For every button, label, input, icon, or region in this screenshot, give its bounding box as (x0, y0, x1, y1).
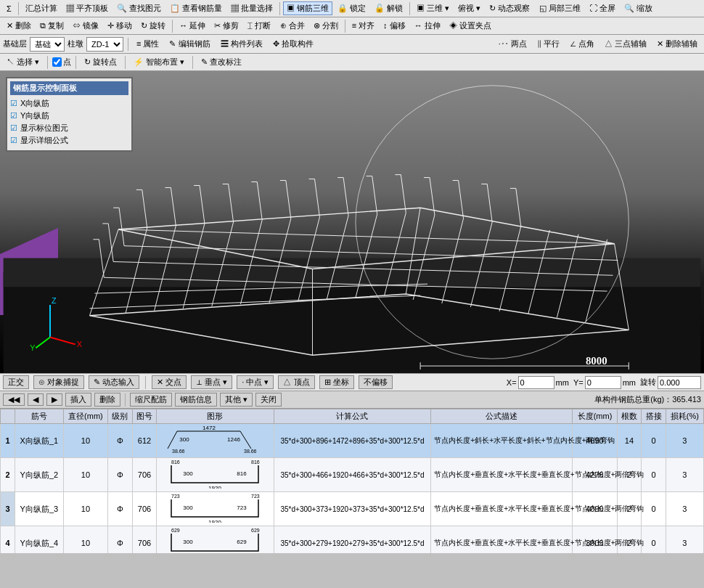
btn-coord[interactable]: ⊞ 坐标 (319, 375, 354, 389)
svg-text:1920: 1920 (209, 485, 222, 489)
btn-lock[interactable]: 🔒 锁定 (334, 1, 369, 15)
panel-item-show-tag[interactable]: ☑ 显示标位图元 (10, 123, 128, 134)
sep11 (145, 376, 146, 389)
col-num (1, 409, 15, 424)
btn-edit-rebar[interactable]: ✎ 编辑钢筋 (165, 37, 213, 51)
btn-ortho[interactable]: 正交 (3, 375, 29, 389)
btn-nav-prev[interactable]: ◀ (28, 393, 44, 406)
btn-fullscreen[interactable]: ⛶ 全屏 (586, 1, 619, 15)
btn-close[interactable]: 关闭 (255, 393, 282, 407)
btn-rotate[interactable]: ↻ 旋转 (137, 19, 169, 33)
btn-rotate-point[interactable]: ↻ 旋转点 (81, 55, 120, 69)
label-y-rebar: Y向纵筋 (20, 110, 49, 121)
btn-grip[interactable]: ◈ 设置夹点 (446, 19, 495, 33)
btn-scale-rebar[interactable]: 缩尺配筋 (130, 393, 172, 407)
total-weight-label: 单构件钢筋总重(kg)：365.413 (594, 394, 701, 405)
btn-batch-select[interactable]: ▦ 批量选择 (227, 1, 277, 15)
toolbar-row3: 基础层 基础 柱墩 ZD-1 ≡ 属性 ✎ 编辑钢筋 ☰ 构件列表 ✥ 拾取构件… (0, 35, 704, 54)
col-name: 筋号 (15, 409, 64, 424)
btn-trim[interactable]: ✂ 修剪 (210, 19, 242, 33)
btn-merge[interactable]: ⊕ 合并 (277, 19, 308, 33)
btn-flat-top[interactable]: ▦ 平齐顶板 (62, 1, 112, 15)
btn-two-point[interactable]: ·‥ 两点 (495, 37, 531, 51)
table-row[interactable]: 3Y向纵筋_310Φ706 300 1920 723 723 723 35*d+… (1, 492, 704, 526)
btn-align[interactable]: ≡ 对齐 (348, 19, 378, 33)
svg-line-46 (487, 184, 492, 222)
btn-find-element[interactable]: 🔍 查找图元 (113, 1, 165, 15)
btn-dynamic-view[interactable]: ↻ 动态观察 (486, 1, 533, 15)
sep10 (192, 56, 193, 69)
btn-extend[interactable]: ↔ 延伸 (176, 19, 209, 33)
table-row[interactable]: 4Y向纵筋_410Φ706 300 1920 629 629 629 35*d+… (1, 526, 704, 554)
svg-line-34 (142, 189, 147, 227)
btn-delete[interactable]: ✕ 删除 (3, 19, 35, 33)
rebar-panel-title: 钢筋显示控制面板 (10, 81, 128, 95)
btn-select[interactable]: ↖ 选择 ▾ (3, 55, 43, 69)
rebar-diameter: 10 (63, 458, 107, 492)
panel-item-y-rebar[interactable]: ☑ Y向纵筋 (10, 110, 128, 121)
btn-midpoint[interactable]: · 中点 ▾ (237, 375, 274, 389)
btn-edit-annotation[interactable]: ✎ 查改标注 (197, 55, 245, 69)
check-point[interactable]: 点 (52, 57, 71, 68)
col-loss: 损耗(%) (666, 409, 703, 424)
svg-line-45 (459, 181, 464, 219)
layer-select[interactable]: 基础 (30, 37, 65, 52)
btn-nav-first[interactable]: ◀◀ (3, 393, 25, 406)
btn-no-offset[interactable]: 不偏移 (359, 375, 393, 389)
label-x-rebar: X向纵筋 (20, 98, 49, 109)
btn-offset[interactable]: ↕ 偏移 (380, 19, 409, 33)
svg-line-39 (286, 181, 291, 219)
rotate-input[interactable] (658, 376, 701, 389)
rebar-description: 节点内长度+垂直长度+水平长度+垂直长度+节点内长度+两倍弯钩 (431, 458, 573, 492)
x-input[interactable] (518, 376, 554, 389)
btn-3d[interactable]: ▣ 三维 ▾ (413, 1, 453, 15)
svg-text:629: 629 (237, 539, 247, 545)
svg-text:816: 816 (251, 460, 260, 465)
viewport-3d[interactable]: 钢筋显示控制面板 ☑ X向纵筋 ☑ Y向纵筋 ☑ 显示标位图元 ☑ 显示详细公式 (0, 71, 704, 373)
btn-property[interactable]: ≡ 属性 (133, 37, 163, 51)
y-input[interactable] (585, 376, 621, 389)
btn-pick-element[interactable]: ✥ 拾取构件 (269, 37, 317, 51)
btn-three-point[interactable]: △ 三点辅轴 (601, 37, 650, 51)
btn-split[interactable]: ⊗ 分割 (310, 19, 342, 33)
btn-snap[interactable]: ⊙ 对象捕捉 (33, 375, 84, 389)
table-row[interactable]: 1X向纵筋_110Φ612 300 1472 1246 38.66 38.66 … (1, 424, 704, 458)
rebar-loss: 3 (666, 458, 703, 492)
svg-text:Y: Y (30, 343, 36, 352)
btn-parallel[interactable]: ∥ 平行 (533, 37, 563, 51)
btn-delete-axis[interactable]: ✕ 删除辅轴 (653, 37, 701, 51)
btn-copy[interactable]: ⧉ 复制 (36, 19, 67, 33)
btn-dynamic-input[interactable]: ✎ 动态输入 (89, 375, 139, 389)
check-show-formula: ☑ (10, 136, 17, 145)
rebar-name: Y向纵筋_3 (15, 492, 64, 526)
btn-break[interactable]: ⌶ 打断 (244, 19, 274, 33)
element-select[interactable]: ZD-1 (86, 37, 123, 52)
toolbar-row4: ↖ 选择 ▾ 点 ↻ 旋转点 ⚡ 智能布置 ▾ ✎ 查改标注 (0, 54, 704, 71)
btn-other[interactable]: 其他 ▾ (220, 393, 253, 407)
btn-zoom[interactable]: 🔍 缩放 (621, 1, 656, 15)
btn-perp[interactable]: ⊥ 垂点 ▾ (191, 375, 232, 389)
table-row[interactable]: 2Y向纵筋_210Φ706 300 1920 816 816 816 35*d+… (1, 458, 704, 492)
btn-smart-layout[interactable]: ⚡ 智能布置 ▾ (130, 55, 188, 69)
btn-top-view[interactable]: 俯视 ▾ (454, 1, 484, 15)
btn-view-rebar[interactable]: 📋 查看钢筋量 (166, 1, 226, 15)
rebar-diameter: 10 (63, 492, 107, 526)
btn-rebar-info[interactable]: 钢筋信息 (175, 393, 217, 407)
btn-summary[interactable]: 汇总计算 (22, 1, 61, 15)
btn-vertex[interactable]: △ 顶点 (278, 375, 314, 389)
panel-item-show-formula[interactable]: ☑ 显示详细公式 (10, 135, 128, 146)
btn-nav-next[interactable]: ▶ (46, 393, 62, 406)
menu-sigma[interactable]: Σ (3, 3, 15, 15)
btn-mirror[interactable]: ⇔ 镜像 (69, 19, 102, 33)
btn-unlock[interactable]: 🔓 解锁 (371, 1, 406, 15)
btn-rebar-3d[interactable]: ▣ 钢筋三维 (283, 1, 332, 15)
btn-point-angle[interactable]: ∠ 点角 (566, 37, 598, 51)
btn-intersection[interactable]: ✕ 交点 (152, 375, 187, 389)
btn-move[interactable]: ✛ 移动 (104, 19, 136, 33)
btn-local-3d[interactable]: ◱ 局部三维 (536, 1, 584, 15)
btn-stretch[interactable]: ↔ 拉伸 (411, 19, 444, 33)
panel-item-x-rebar[interactable]: ☑ X向纵筋 (10, 98, 128, 109)
btn-delete-row[interactable]: 删除 (94, 393, 120, 407)
btn-element-list[interactable]: ☰ 构件列表 (217, 37, 266, 51)
btn-insert[interactable]: 插入 (65, 393, 91, 407)
